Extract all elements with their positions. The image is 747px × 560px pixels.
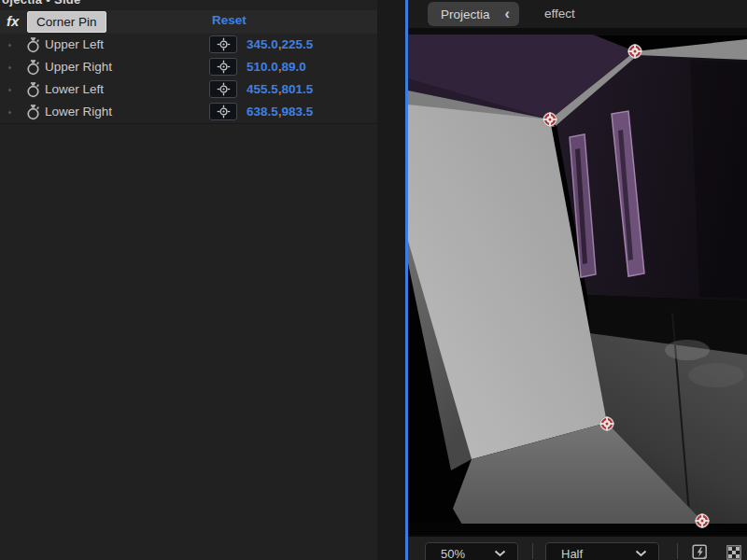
param-label: Upper Left xyxy=(45,37,104,51)
value-x[interactable]: 638.5 xyxy=(247,105,278,119)
value-y[interactable]: 801.5 xyxy=(282,82,314,96)
scene-top-strip xyxy=(408,28,747,35)
fast-previews-button[interactable] xyxy=(689,542,712,560)
composition-tab-bar: Projectia ‹ effect xyxy=(408,0,747,28)
building-corner-shade xyxy=(690,60,747,299)
reset-link[interactable]: Reset xyxy=(212,13,247,27)
twirl-dot[interactable] xyxy=(8,89,11,91)
corner-pin-handle-lower-left[interactable] xyxy=(600,417,614,431)
magnification-dropdown[interactable]: 50% xyxy=(425,542,518,560)
resolution-dropdown[interactable]: Half xyxy=(545,542,659,560)
crosshair-icon xyxy=(217,105,231,119)
twirl-dot[interactable] xyxy=(8,66,11,69)
stopwatch-icon[interactable] xyxy=(25,81,41,99)
tab-label: Projectia xyxy=(441,7,490,21)
lightning-icon xyxy=(692,544,709,560)
magnification-value: 50% xyxy=(441,547,465,560)
param-label: Lower Right xyxy=(45,105,112,119)
crosshair-icon xyxy=(217,60,231,74)
stopwatch-icon[interactable] xyxy=(25,59,41,77)
resolution-value: Half xyxy=(561,547,583,560)
value-y[interactable]: 89.0 xyxy=(282,60,306,74)
effect-controls-panel: ojectia • Side fx Corner Pin Reset Upper… xyxy=(0,0,405,560)
composition-viewport[interactable] xyxy=(408,28,747,535)
param-row-upper-left: Upper Left 345.0,225.5 xyxy=(0,34,377,57)
crosshair-icon xyxy=(217,37,231,51)
corner-pin-handle-lower-right[interactable] xyxy=(696,514,710,528)
chevron-left-icon[interactable]: ‹ xyxy=(505,7,510,21)
effect-header-row[interactable]: fx Corner Pin Reset xyxy=(0,10,377,35)
active-panel-divider[interactable] xyxy=(405,0,408,560)
control-point-button[interactable] xyxy=(209,80,237,98)
concrete-highlight xyxy=(665,340,710,360)
control-point-button[interactable] xyxy=(209,103,237,120)
param-value: 638.5,983.5 xyxy=(247,105,313,119)
composition-panel: Projectia ‹ effect xyxy=(408,0,747,560)
panel-header-text: ojectia • Side xyxy=(2,0,282,7)
param-row-lower-right: Lower Right 638.5,983.5 xyxy=(0,101,377,124)
panel-header-clipped: ojectia • Side xyxy=(2,0,282,8)
twirl-dot[interactable] xyxy=(8,111,11,114)
stopwatch-icon[interactable] xyxy=(25,36,41,54)
param-label: Lower Left xyxy=(45,82,104,96)
transparency-grid-button[interactable] xyxy=(723,542,745,560)
corner-pin-handle-upper-left[interactable] xyxy=(543,113,557,127)
param-row-upper-right: Upper Right 510.0,89.0 xyxy=(0,56,377,79)
toolbar-separator xyxy=(677,543,678,559)
concrete-highlight xyxy=(688,363,744,387)
tab-projectia[interactable]: Projectia ‹ xyxy=(428,2,519,26)
control-point-button[interactable] xyxy=(209,35,237,53)
toolbar-separator xyxy=(532,543,533,559)
effect-name-chip[interactable]: Corner Pin xyxy=(27,11,106,33)
stopwatch-icon[interactable] xyxy=(25,104,41,121)
param-value: 510.0,89.0 xyxy=(247,60,306,74)
param-value: 455.5,801.5 xyxy=(247,82,313,96)
partial-tab-text[interactable]: effect xyxy=(544,7,575,21)
chevron-down-icon xyxy=(635,550,647,557)
value-y[interactable]: 983.5 xyxy=(282,105,314,119)
fx-badge-icon: fx xyxy=(7,13,19,29)
param-label: Upper Right xyxy=(45,60,112,74)
control-point-button[interactable] xyxy=(209,58,237,76)
twirl-dot[interactable] xyxy=(8,44,11,47)
value-x[interactable]: 345.0 xyxy=(247,37,278,51)
crosshair-icon xyxy=(217,82,231,96)
after-effects-workspace: ojectia • Side fx Corner Pin Reset Upper… xyxy=(0,0,747,560)
value-x[interactable]: 455.5 xyxy=(247,82,278,96)
corner-pin-handle-upper-right[interactable] xyxy=(628,45,642,59)
viewer-toolbar: 50% Half xyxy=(408,535,747,560)
value-y[interactable]: 225.5 xyxy=(282,37,314,51)
scene-render xyxy=(408,28,747,535)
param-row-lower-left: Lower Left 455.5,801.5 xyxy=(0,78,377,102)
scene-bottom-strip xyxy=(408,524,747,535)
checkerboard-icon xyxy=(726,545,741,560)
chevron-down-icon xyxy=(494,550,506,557)
panel-gutter xyxy=(377,0,405,560)
param-value: 345.0,225.5 xyxy=(247,37,313,51)
value-x[interactable]: 510.0 xyxy=(247,60,278,74)
